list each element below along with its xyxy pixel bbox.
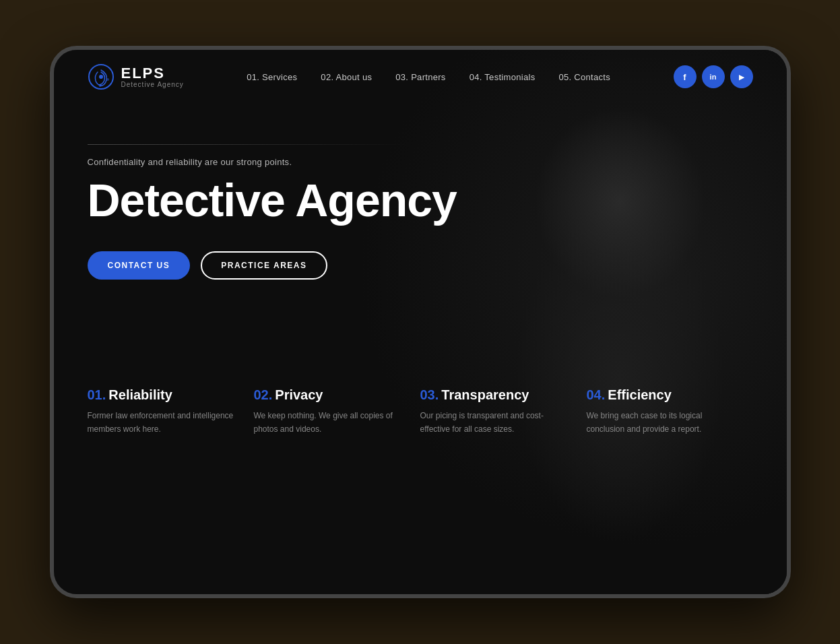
feature-desc-4: We bring each case to its logical conclu…	[587, 410, 740, 435]
feature-label-2: Privacy	[275, 387, 323, 403]
fingerprint-icon	[88, 63, 115, 90]
feature-desc-1: Former law enforcement and intelligence …	[88, 410, 240, 435]
feature-title-1: 01. Reliability	[88, 387, 240, 403]
feature-number-2: 02.	[254, 387, 273, 403]
feature-title-4: 04. Efficiency	[587, 387, 740, 403]
features-section: 01. Reliability Former law enforcement a…	[54, 307, 787, 462]
social-icons: f in ▶	[674, 65, 753, 88]
device-frame: ELPS Detective Agency 01. Services 02. A…	[50, 46, 791, 598]
nav-link-testimonials[interactable]: 04. Testimonials	[470, 72, 536, 82]
instagram-button[interactable]: in	[702, 65, 725, 88]
feature-label-1: Reliability	[108, 387, 172, 403]
nav-item-contacts[interactable]: 05. Contacts	[558, 71, 610, 83]
hero-tagline: Confidentiality and reliability are our …	[88, 157, 753, 167]
hero-divider	[88, 144, 411, 145]
hero-title: Detective Agency	[88, 176, 753, 224]
feature-transparency: 03. Transparency Our picing is transpare…	[420, 387, 587, 435]
nav-item-about[interactable]: 02. About us	[321, 71, 372, 83]
feature-desc-2: We keep nothing. We give all copies of p…	[254, 410, 407, 435]
feature-number-4: 04.	[587, 387, 606, 403]
feature-label-3: Transparency	[441, 387, 529, 403]
feature-number-1: 01.	[88, 387, 106, 403]
nav-link-partners[interactable]: 03. Partners	[395, 72, 445, 82]
contact-us-button[interactable]: CONTACT US	[88, 251, 191, 280]
nav-link-services[interactable]: 01. Services	[247, 72, 297, 82]
facebook-button[interactable]: f	[674, 65, 697, 88]
feature-desc-3: Our picing is transparent and cost-effec…	[420, 410, 573, 435]
nav-item-services[interactable]: 01. Services	[247, 71, 297, 83]
nav-item-partners[interactable]: 03. Partners	[395, 71, 445, 83]
brand-subtitle: Detective Agency	[121, 81, 184, 88]
feature-privacy: 02. Privacy We keep nothing. We give all…	[254, 387, 420, 435]
practice-areas-button[interactable]: PRACTICE AREAS	[201, 251, 327, 280]
nav-links: 01. Services 02. About us 03. Partners 0…	[247, 71, 610, 83]
nav-item-testimonials[interactable]: 04. Testimonials	[470, 71, 536, 83]
nav-link-about[interactable]: 02. About us	[321, 72, 372, 82]
svg-point-1	[99, 75, 103, 79]
svg-point-2	[106, 78, 109, 81]
brand-name: ELPS	[121, 66, 184, 81]
instagram-icon: in	[710, 73, 717, 81]
youtube-button[interactable]: ▶	[730, 65, 753, 88]
youtube-icon: ▶	[739, 73, 744, 81]
feature-reliability: 01. Reliability Former law enforcement a…	[88, 387, 254, 435]
logo: ELPS Detective Agency	[88, 63, 184, 90]
screen: ELPS Detective Agency 01. Services 02. A…	[54, 50, 787, 594]
hero-content: Confidentiality and reliability are our …	[54, 104, 787, 307]
facebook-icon: f	[683, 72, 686, 82]
navbar: ELPS Detective Agency 01. Services 02. A…	[54, 50, 787, 104]
feature-title-2: 02. Privacy	[254, 387, 407, 403]
feature-number-3: 03.	[420, 387, 439, 403]
nav-link-contacts[interactable]: 05. Contacts	[558, 72, 610, 82]
feature-title-3: 03. Transparency	[420, 387, 573, 403]
logo-text: ELPS Detective Agency	[121, 66, 184, 88]
feature-efficiency: 04. Efficiency We bring each case to its…	[587, 387, 753, 435]
feature-label-4: Efficiency	[608, 387, 671, 403]
hero-buttons: CONTACT US PRACTICE AREAS	[88, 251, 753, 280]
